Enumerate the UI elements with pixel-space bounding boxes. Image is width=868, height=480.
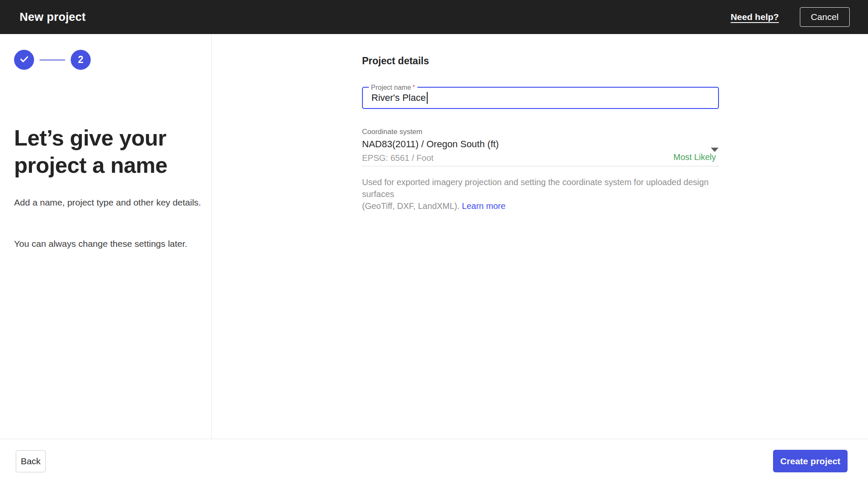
coordinate-system-value: NAD83(2011) / Oregon South (ft) <box>362 139 719 150</box>
project-name-value: River's Place <box>371 88 428 108</box>
chevron-down-icon[interactable] <box>711 148 719 152</box>
text-cursor <box>427 92 428 104</box>
step-2-number: 2 <box>78 54 83 66</box>
stepper-connector <box>40 60 65 60</box>
top-bar: New project Need help? Cancel <box>0 0 868 34</box>
left-panel: 2 Let’s give your project a name Add a n… <box>0 34 212 439</box>
step-1-complete[interactable] <box>14 50 34 70</box>
page-title: New project <box>20 11 86 24</box>
coordinate-system-select[interactable]: NAD83(2011) / Oregon South (ft) EPSG: 65… <box>362 139 719 166</box>
footer-bar: Back Create project <box>0 439 868 480</box>
learn-more-link[interactable]: Learn more <box>462 201 506 211</box>
wizard-note: You can always change these settings lat… <box>14 237 211 250</box>
check-icon <box>19 54 29 66</box>
step-2-current: 2 <box>71 50 91 70</box>
wizard-description: Add a name, project type and other key d… <box>14 196 201 209</box>
coordinate-system-help: Used for exported imagery projection and… <box>362 176 719 212</box>
need-help-link[interactable]: Need help? <box>730 12 779 22</box>
back-button[interactable]: Back <box>16 450 46 472</box>
project-name-input[interactable]: Project name* River's Place <box>362 87 719 109</box>
cancel-button[interactable]: Cancel <box>800 7 850 27</box>
new-project-wizard: New project Need help? Cancel 2 Let’s gi… <box>0 0 868 480</box>
most-likely-badge: Most Likely <box>673 152 716 162</box>
coordinate-system-label: Coordinate system <box>362 128 423 136</box>
wizard-stepper: 2 <box>14 50 91 70</box>
top-bar-actions: Need help? Cancel <box>730 7 850 27</box>
wizard-heading: Let’s give your project a name <box>14 124 207 179</box>
section-title: Project details <box>362 55 429 67</box>
coordinate-system-detail: EPSG: 6561 / Foot <box>362 153 719 163</box>
create-project-button[interactable]: Create project <box>773 450 848 472</box>
